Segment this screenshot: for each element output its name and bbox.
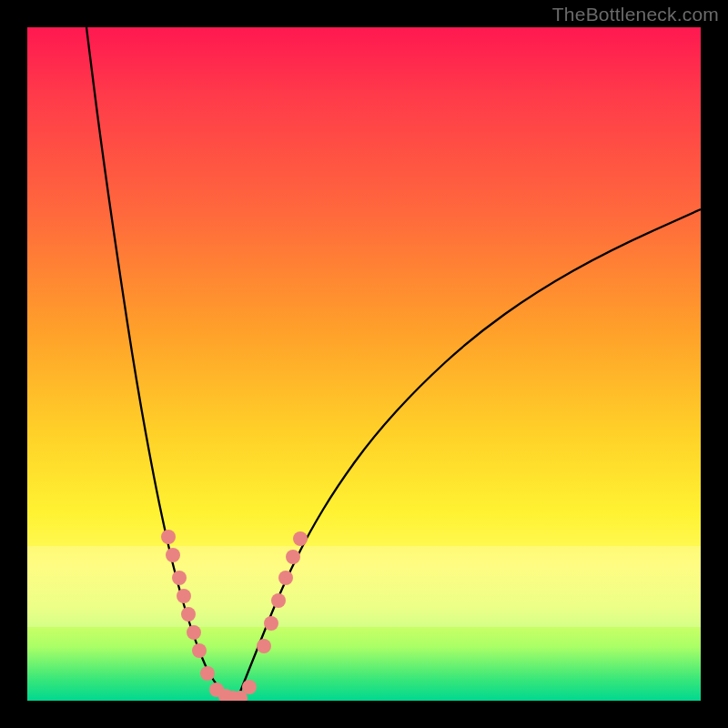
- marker-dot: [286, 550, 300, 564]
- marker-dot: [161, 530, 176, 544]
- marker-dot: [271, 593, 286, 608]
- marker-dot: [264, 616, 278, 631]
- marker-dot: [278, 571, 293, 585]
- marker-dot: [181, 607, 196, 622]
- marker-dot: [187, 625, 201, 640]
- plot-area: [27, 27, 701, 701]
- marker-dot: [200, 666, 215, 681]
- marker-group: [161, 530, 308, 701]
- marker-dot: [293, 531, 308, 546]
- marker-dot: [172, 571, 187, 585]
- right-curve: [238, 209, 701, 696]
- marker-dot: [257, 639, 271, 653]
- chart-frame: TheBottleneck.com: [0, 0, 728, 728]
- watermark-text: TheBottleneck.com: [552, 4, 719, 25]
- marker-dot: [242, 680, 257, 694]
- left-curve: [86, 27, 228, 696]
- marker-dot: [166, 548, 180, 562]
- marker-dot: [177, 589, 191, 603]
- marker-dot: [192, 643, 207, 658]
- curves-svg: [27, 27, 701, 701]
